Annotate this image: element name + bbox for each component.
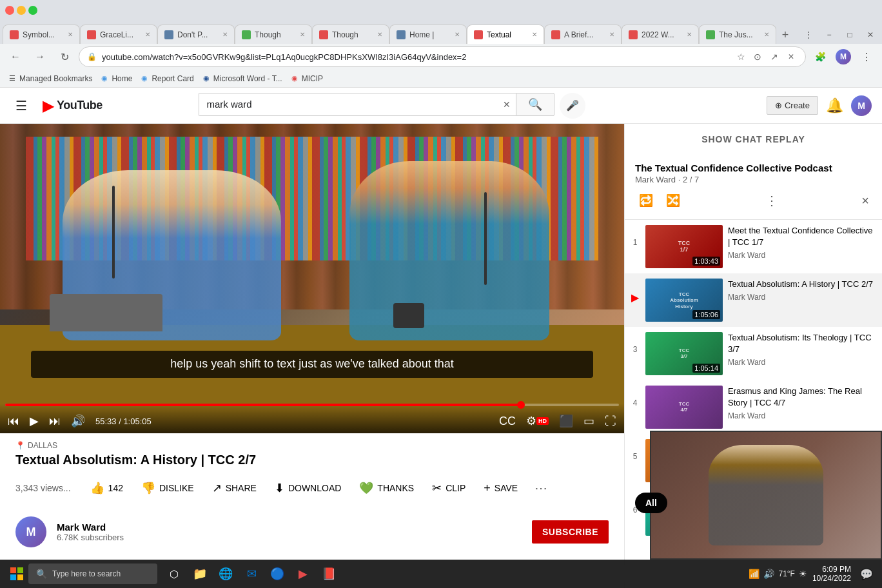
- bookmark-reportcard[interactable]: ◉ Report Card: [140, 74, 193, 83]
- lens-icon[interactable]: ⊙: [751, 50, 764, 63]
- clip-button[interactable]: ✂ CLIP: [423, 476, 475, 500]
- fullscreen-button[interactable]: ⛶: [602, 412, 619, 431]
- channel-avatar[interactable]: M: [15, 516, 46, 547]
- restore-button[interactable]: □: [841, 26, 859, 44]
- tab-gracel[interactable]: Though ✕: [235, 24, 312, 44]
- save-button[interactable]: + SAVE: [475, 476, 527, 500]
- volume-icon[interactable]: 🔊: [763, 569, 774, 579]
- miniplayer-button[interactable]: ⬛: [556, 411, 576, 431]
- taskbar-edge[interactable]: 🌐: [214, 562, 237, 585]
- menu-button[interactable]: ☰: [10, 93, 32, 119]
- theater-button[interactable]: ▭: [581, 411, 597, 431]
- previous-button[interactable]: ⏮: [5, 412, 22, 431]
- start-button[interactable]: [5, 562, 28, 585]
- profile-button[interactable]: M: [833, 46, 854, 67]
- maximize-window-button[interactable]: [28, 6, 37, 15]
- playlist-more-button[interactable]: ⋮: [763, 190, 781, 211]
- bookmark-word[interactable]: ◉ Microsoft Word - T...: [202, 74, 282, 83]
- minimize-window-button[interactable]: [17, 6, 26, 15]
- tab-close-symbols[interactable]: ✕: [68, 31, 73, 38]
- progress-bar[interactable]: [5, 404, 619, 406]
- settings-button[interactable]: ⚙ HD: [524, 411, 551, 431]
- extensions-button[interactable]: 🧩: [810, 46, 830, 67]
- tab-dontp[interactable]: Don't P... ✕: [157, 24, 235, 44]
- tab-2022w[interactable]: 2022 W... ✕: [622, 24, 699, 44]
- tab-close-abrief[interactable]: ✕: [609, 31, 614, 38]
- share-page-icon[interactable]: ↗: [768, 50, 781, 63]
- weather-icon[interactable]: ☀: [799, 569, 807, 579]
- create-button[interactable]: ⊕ Create: [767, 96, 818, 115]
- tab-abrief[interactable]: A Brief... ✕: [544, 24, 622, 44]
- subscribe-button[interactable]: SUBSCRIBE: [532, 520, 609, 544]
- close-button[interactable]: ✕: [861, 26, 879, 44]
- bookmark-home[interactable]: ◉ Home: [100, 74, 132, 83]
- taskbar-task-view[interactable]: ⬡: [162, 562, 186, 585]
- subtitles-button[interactable]: CC: [496, 412, 518, 431]
- volume-button[interactable]: 🔊: [68, 411, 88, 431]
- address-bar[interactable]: 🔒 youtube.com/watch?v=x5o0GVRKw9g&list=P…: [79, 46, 806, 67]
- tab-textual[interactable]: Textual ✕: [467, 24, 544, 44]
- like-button[interactable]: 👍 142: [81, 476, 132, 500]
- tab-close-dontp[interactable]: ✕: [222, 31, 228, 38]
- share-button[interactable]: ↗ SHARE: [203, 476, 266, 500]
- notification-center-button[interactable]: 💬: [856, 564, 877, 584]
- forward-button[interactable]: →: [30, 46, 50, 67]
- tab-though[interactable]: Though ✕: [312, 24, 389, 44]
- network-icon[interactable]: 📶: [749, 569, 760, 579]
- close-window-button[interactable]: [5, 6, 14, 15]
- playlist-item-3[interactable]: 3 TCC3/7 1:05:14 Textual Absolutism: Its…: [625, 327, 882, 380]
- tab-close-gracel[interactable]: ✕: [300, 31, 305, 38]
- search-button[interactable]: 🔍: [516, 93, 554, 116]
- more-options-button[interactable]: ⋮: [856, 46, 877, 67]
- playlist-item-4[interactable]: 4 TCC4/7 Erasmus and King James: The Rea…: [625, 380, 882, 434]
- taskbar-yt-music[interactable]: ▶: [291, 562, 315, 585]
- clear-address-icon[interactable]: ✕: [785, 50, 798, 63]
- tab-close-graceli[interactable]: ✕: [145, 31, 150, 38]
- download-button[interactable]: ⬇ DOWNLOAD: [266, 476, 350, 500]
- notifications-button[interactable]: 🔔: [826, 97, 843, 114]
- tab-home[interactable]: Home | ✕: [389, 24, 467, 44]
- bookmark-managed[interactable]: ☰ Managed Bookmarks: [8, 74, 92, 83]
- repeat-button[interactable]: 🔁: [635, 190, 657, 211]
- user-avatar[interactable]: M: [851, 95, 872, 116]
- tab-close-2022w[interactable]: ✕: [687, 31, 692, 38]
- taskbar-acrobat[interactable]: 📕: [317, 562, 340, 585]
- taskbar-search-box[interactable]: 🔍 Type here to search: [28, 564, 157, 584]
- video-player[interactable]: help us yeah shift to text just as we've…: [0, 124, 624, 433]
- mini-player[interactable]: [650, 431, 882, 560]
- tab-graceli[interactable]: GraceLi... ✕: [80, 24, 157, 44]
- more-actions-button[interactable]: ⋯: [529, 475, 553, 501]
- playlist-item-1[interactable]: 1 TCC1/7 1:03:43 Meet the Textual Confid…: [625, 220, 882, 273]
- reload-button[interactable]: ↻: [54, 46, 75, 67]
- tab-close-thejust[interactable]: ✕: [764, 31, 769, 38]
- taskbar-mail[interactable]: ✉: [240, 562, 263, 585]
- taskbar-chrome[interactable]: 🔵: [266, 562, 289, 585]
- bookmark-page-icon[interactable]: ☆: [734, 50, 747, 63]
- playlist-item-2[interactable]: ▶ TCCAbsolutismHistory 1:05:06 Textual A…: [625, 273, 882, 327]
- tab-search-button[interactable]: ⋮: [799, 26, 818, 44]
- tab-close-home[interactable]: ✕: [455, 31, 460, 38]
- new-tab-button[interactable]: +: [776, 26, 794, 44]
- back-button[interactable]: ←: [5, 46, 26, 67]
- taskbar-file-explorer[interactable]: 📁: [188, 562, 211, 585]
- thanks-button[interactable]: 💚 THANKS: [350, 476, 423, 500]
- minimize-button[interactable]: −: [820, 26, 838, 44]
- youtube-logo[interactable]: ▶ YouTube: [43, 97, 103, 115]
- tab-thejust[interactable]: The Jus... ✕: [699, 24, 776, 44]
- next-button[interactable]: ⏭: [46, 412, 63, 431]
- play-pause-button[interactable]: ▶: [27, 411, 41, 431]
- search-input[interactable]: [199, 93, 498, 115]
- shuffle-button[interactable]: 🔀: [662, 190, 684, 211]
- tab-symbols[interactable]: Symbol... ✕: [3, 24, 80, 44]
- all-filter-button[interactable]: All: [635, 493, 667, 513]
- bookmark-micip[interactable]: ◉ MICIP: [290, 74, 323, 83]
- dislike-button[interactable]: 👎 DISLIKE: [132, 476, 203, 500]
- playlist-close-button[interactable]: ×: [859, 191, 872, 211]
- show-chat-replay-button[interactable]: SHOW CHAT REPLAY: [625, 124, 882, 155]
- search-clear-button[interactable]: ✕: [498, 93, 516, 115]
- voice-search-button[interactable]: 🎤: [560, 93, 585, 119]
- tab-close-textual[interactable]: ✕: [532, 31, 537, 38]
- channel-name[interactable]: Mark Ward: [57, 522, 522, 533]
- tab-close-though[interactable]: ✕: [377, 31, 382, 38]
- taskbar-time-display[interactable]: 6:09 PM 10/24/2022: [812, 565, 851, 583]
